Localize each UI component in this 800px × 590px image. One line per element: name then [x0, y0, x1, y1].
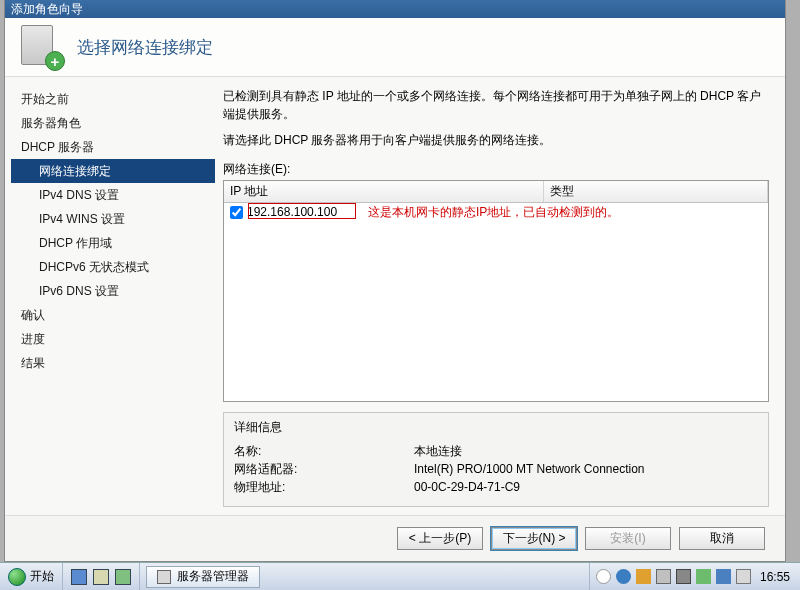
wizard-buttons: < 上一步(P) 下一步(N) > 安装(I) 取消 — [5, 515, 785, 561]
taskbar[interactable]: 开始 服务器管理器 16:55 — [0, 562, 800, 590]
detail-mac-value: 00-0C-29-D4-71-C9 — [414, 478, 520, 496]
nav-item[interactable]: 进度 — [11, 327, 215, 351]
list-row[interactable]: 192.168.100.100这是本机网卡的静态IP地址，已自动检测到的。 — [224, 203, 768, 221]
install-button: 安装(I) — [585, 527, 671, 550]
detail-name-label: 名称: — [234, 442, 414, 460]
column-type[interactable]: 类型 — [544, 181, 768, 202]
tray-help-icon[interactable] — [616, 569, 631, 584]
details-panel: 详细信息 名称: 本地连接 网络适配器: Intel(R) PRO/1000 M… — [223, 412, 769, 507]
page-title: 选择网络连接绑定 — [77, 36, 213, 59]
nav-item[interactable]: DHCP 作用域 — [11, 231, 215, 255]
quicklaunch-icon[interactable] — [71, 569, 87, 585]
wizard-nav: 开始之前服务器角色DHCP 服务器网络连接绑定IPv4 DNS 设置IPv4 W… — [5, 77, 215, 515]
wizard-header: + 选择网络连接绑定 — [5, 18, 785, 77]
previous-button[interactable]: < 上一步(P) — [397, 527, 483, 550]
window-title: 添加角色向导 — [11, 1, 83, 18]
windows-orb-icon — [8, 568, 26, 586]
clock[interactable]: 16:55 — [756, 570, 794, 584]
list-header[interactable]: IP 地址 类型 — [224, 181, 768, 203]
titlebar[interactable]: 添加角色向导 — [5, 0, 785, 18]
nav-item[interactable]: 网络连接绑定 — [11, 159, 215, 183]
tray-network-icon[interactable] — [716, 569, 731, 584]
nav-item[interactable]: IPv6 DNS 设置 — [11, 279, 215, 303]
detail-mac-label: 物理地址: — [234, 478, 414, 496]
tray-vm-icon[interactable] — [676, 569, 691, 584]
wizard-window: 添加角色向导 + 选择网络连接绑定 开始之前服务器角色DHCP 服务器网络连接绑… — [4, 0, 786, 562]
nav-item[interactable]: DHCPv6 无状态模式 — [11, 255, 215, 279]
tray-icon[interactable] — [636, 569, 651, 584]
tray-icon[interactable] — [656, 569, 671, 584]
quick-launch — [63, 563, 140, 590]
nav-item[interactable]: 结果 — [11, 351, 215, 375]
plus-icon: + — [45, 51, 65, 71]
start-button[interactable]: 开始 — [0, 563, 63, 590]
quicklaunch-icon[interactable] — [93, 569, 109, 585]
nav-item[interactable]: IPv4 DNS 设置 — [11, 183, 215, 207]
cancel-button[interactable]: 取消 — [679, 527, 765, 550]
row-checkbox[interactable] — [230, 206, 243, 219]
details-title: 详细信息 — [234, 419, 758, 436]
nav-item[interactable]: 开始之前 — [11, 87, 215, 111]
description-2: 请选择此 DHCP 服务器将用于向客户端提供服务的网络连接。 — [223, 131, 769, 149]
nav-item[interactable]: 确认 — [11, 303, 215, 327]
wizard-icon: + — [19, 25, 63, 69]
tray-icon[interactable] — [696, 569, 711, 584]
network-connections-list[interactable]: IP 地址 类型 192.168.100.100这是本机网卡的静态IP地址，已自… — [223, 180, 769, 402]
start-label: 开始 — [30, 568, 54, 585]
quicklaunch-icon[interactable] — [115, 569, 131, 585]
nav-item[interactable]: 服务器角色 — [11, 111, 215, 135]
nav-item[interactable]: DHCP 服务器 — [11, 135, 215, 159]
tray-icon[interactable] — [596, 569, 611, 584]
list-label: 网络连接(E): — [223, 161, 769, 178]
detail-name-value: 本地连接 — [414, 442, 462, 460]
annotation-text: 这是本机网卡的静态IP地址，已自动检测到的。 — [368, 204, 619, 221]
next-button[interactable]: 下一步(N) > — [491, 527, 577, 550]
description-1: 已检测到具有静态 IP 地址的一个或多个网络连接。每个网络连接都可用于为单独子网… — [223, 87, 769, 123]
detail-adapter-label: 网络适配器: — [234, 460, 414, 478]
app-icon — [157, 570, 171, 584]
wizard-main: 已检测到具有静态 IP 地址的一个或多个网络连接。每个网络连接都可用于为单独子网… — [215, 77, 785, 515]
column-ip[interactable]: IP 地址 — [224, 181, 544, 202]
taskbar-app-server-manager[interactable]: 服务器管理器 — [146, 566, 260, 588]
tray-volume-icon[interactable] — [736, 569, 751, 584]
nav-item[interactable]: IPv4 WINS 设置 — [11, 207, 215, 231]
detail-adapter-value: Intel(R) PRO/1000 MT Network Connection — [414, 460, 645, 478]
task-label: 服务器管理器 — [177, 568, 249, 585]
system-tray[interactable]: 16:55 — [589, 563, 800, 590]
